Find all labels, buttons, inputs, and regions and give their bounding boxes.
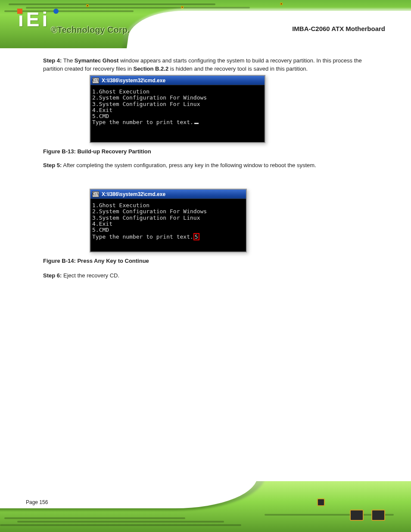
- cmd-icon: C:\: [92, 191, 99, 197]
- cmd-icon: C:\: [92, 78, 99, 84]
- step5-lead: Step 5:: [43, 162, 62, 168]
- product-name: IMBA-C2060 ATX Motherboard: [292, 25, 385, 32]
- step4-sectionref: Section B.2.2: [134, 65, 169, 72]
- step4-lead: Step 4:: [43, 57, 62, 64]
- logo-letter: i: [42, 9, 47, 29]
- figure1-caption: Figure B-13: Build-up Recovery Partition: [43, 148, 379, 155]
- step5-paragraph: Step 5: After completing the system conf…: [43, 160, 379, 170]
- step6-text: Eject the recovery CD.: [63, 272, 119, 279]
- step4-text1: The: [63, 57, 75, 64]
- header-banner: i E i ®Technology Corp.: [0, 0, 411, 48]
- page-number: Page 156: [26, 499, 48, 505]
- cursor-icon: [194, 123, 199, 124]
- step4-emph: Symantec Ghost: [75, 57, 119, 64]
- cmd-titlebar: C:\ X:\I386\system32\cmd.exe: [90, 190, 246, 199]
- cmd-title: X:\I386\system32\cmd.exe: [102, 191, 165, 197]
- cmd-body-2: 1.Ghost Execution 2.System Configuration…: [90, 199, 246, 242]
- step6-paragraph: Step 6: Eject the recovery CD. Step 0:: [43, 271, 379, 280]
- iei-logo: i E i: [18, 9, 47, 29]
- cmd-window-1: C:\ X:\I386\system32\cmd.exe 1.Ghost Exe…: [90, 75, 265, 143]
- highlighted-choice: 5: [193, 233, 199, 240]
- logo-letter: E: [26, 9, 40, 29]
- brand-text: ®Technology Corp.: [51, 25, 130, 35]
- step4-paragraph: Step 4: The Symantec Ghost window appear…: [43, 57, 379, 73]
- figure2-caption: Figure B-14: Press Any Key to Continue: [43, 258, 379, 264]
- cmd-titlebar: C:\ X:\I386\system32\cmd.exe: [90, 76, 265, 85]
- step6-lead: Step 6:: [43, 272, 62, 279]
- step5-text: After completing the system configuratio…: [63, 162, 316, 168]
- cmd-window-2: C:\ X:\I386\system32\cmd.exe 1.Ghost Exe…: [90, 189, 247, 252]
- footer-banner: [0, 481, 411, 532]
- cmd-title: X:\I386\system32\cmd.exe: [102, 78, 165, 84]
- logo-dot-blue-icon: [53, 9, 59, 14]
- step6-terminator: Step 0:: [121, 272, 140, 279]
- logo-dot-orange-icon: [17, 9, 22, 14]
- cmd-body-1: 1.Ghost Execution 2.System Configuration…: [90, 85, 265, 128]
- step4-text3: is hidden and the recovery tool is saved…: [170, 65, 308, 72]
